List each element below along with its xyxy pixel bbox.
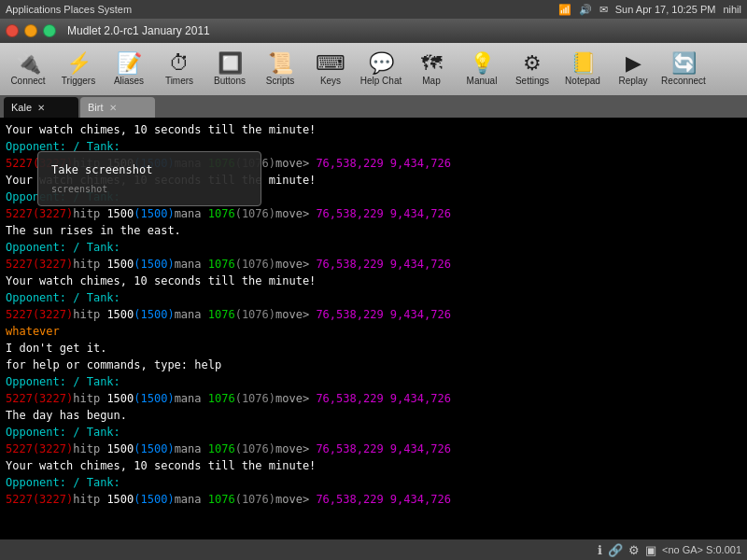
scripts-icon: 📜 — [268, 53, 293, 74]
status-text: <no GA> S:0.001 — [662, 544, 741, 555]
buttons-button[interactable]: 🔲 Buttons — [205, 46, 254, 92]
help-chat-label: Help Chat — [360, 76, 402, 86]
scripts-button[interactable]: 📜 Scripts — [256, 46, 304, 92]
triggers-label: Triggers — [62, 76, 95, 86]
notepad-button[interactable]: 📒 Notepad — [558, 46, 607, 92]
scripts-label: Scripts — [266, 76, 295, 86]
popup-subtitle: screenshot — [51, 182, 247, 196]
system-time: Sun Apr 17, 10:25 PM — [615, 4, 716, 15]
aliases-label: Aliases — [114, 76, 144, 86]
wifi-icon: 📶 — [558, 4, 571, 16]
timers-icon: ⏱ — [169, 53, 190, 74]
prompt-stats-2: 5227(3227)hitp 1500(1500)mana 1076(1076)… — [6, 205, 741, 222]
triggers-icon: ⚡ — [66, 53, 92, 74]
tab-kale-close[interactable]: ✕ — [37, 103, 45, 113]
buttons-icon: 🔲 — [218, 53, 243, 74]
settings-label: Settings — [515, 76, 549, 86]
replay-icon: ▶ — [626, 53, 641, 74]
tab-bar: Kale ✕ Birt ✕ — [0, 95, 747, 118]
system-bar-right: 📶 🔊 ✉ Sun Apr 17, 10:25 PM nihil — [558, 4, 741, 16]
prompt-stats-5: 5227(3227)hitp 1500(1500)mana 1076(1076)… — [6, 390, 741, 407]
prompt-line-7: Opponent: / Tank: — [6, 474, 741, 491]
chat-line-7: The day has begun. — [6, 407, 741, 424]
keys-icon: ⌨ — [316, 53, 345, 74]
manual-icon: 💡 — [470, 53, 495, 74]
volume-icon: 🔊 — [579, 4, 592, 16]
popup-title: Take screenshot — [51, 161, 247, 178]
notepad-icon: 📒 — [571, 53, 596, 74]
status-network-icon: 🔗 — [608, 543, 623, 557]
maximize-button[interactable] — [43, 24, 56, 37]
reconnect-label: Reconnect — [661, 76, 706, 86]
system-user: nihil — [723, 4, 741, 15]
triggers-button[interactable]: ⚡ Triggers — [54, 46, 103, 92]
aliases-icon: 📝 — [117, 53, 142, 74]
tab-birt[interactable]: Birt ✕ — [80, 97, 155, 118]
connect-icon: 🔌 — [16, 53, 41, 74]
settings-icon: ⚙ — [523, 53, 542, 74]
timers-label: Timers — [165, 76, 193, 86]
email-icon: ✉ — [599, 4, 608, 16]
prompt-line-5: Opponent: / Tank: — [6, 373, 741, 390]
system-bar: Applications Places System 📶 🔊 ✉ Sun Apr… — [0, 0, 747, 19]
close-button[interactable] — [6, 24, 19, 37]
screenshot-popup: Take screenshot screenshot — [37, 151, 261, 206]
map-icon: 🗺 — [421, 53, 442, 74]
help-chat-button[interactable]: 💬 Help Chat — [357, 46, 405, 92]
prompt-line-6: Opponent: / Tank: — [6, 424, 741, 441]
tab-kale[interactable]: Kale ✕ — [4, 97, 78, 118]
window-title: Mudlet 2.0-rc1 January 2011 — [67, 24, 210, 37]
replay-button[interactable]: ▶ Replay — [609, 46, 657, 92]
chat-line-6: for help or commands, type: help — [6, 357, 741, 373]
main-content: Take screenshot screenshot Your watch ch… — [0, 118, 747, 539]
minimize-button[interactable] — [24, 24, 37, 37]
system-apps[interactable]: Applications Places System — [6, 4, 132, 15]
chat-line-3: The sun rises in the east. — [6, 222, 741, 239]
keys-label: Keys — [320, 76, 341, 86]
tab-birt-close[interactable]: ✕ — [109, 103, 117, 113]
prompt-stats-3: 5227(3227)hitp 1500(1500)mana 1076(1076)… — [6, 256, 741, 273]
chat-line-4: Your watch chimes, 10 seconds till the m… — [6, 273, 741, 289]
manual-button[interactable]: 💡 Manual — [458, 46, 506, 92]
timers-button[interactable]: ⏱ Timers — [155, 46, 204, 92]
toolbar: 🔌 Connect ⚡ Triggers 📝 Aliases ⏱ Timers … — [0, 43, 747, 95]
help-chat-icon: 💬 — [369, 53, 394, 74]
prompt-line-3: Opponent: / Tank: — [6, 239, 741, 256]
buttons-label: Buttons — [214, 76, 246, 86]
connect-button[interactable]: 🔌 Connect — [4, 46, 52, 92]
title-bar: Mudlet 2.0-rc1 January 2011 — [0, 19, 747, 43]
tab-kale-label: Kale — [11, 102, 32, 113]
chat-line-whatever: whatever — [6, 323, 741, 340]
status-extra-icon: ▣ — [645, 543, 656, 557]
prompt-line-4: Opponent: / Tank: — [6, 289, 741, 306]
chat-line-8: Your watch chimes, 10 seconds till the m… — [6, 457, 741, 474]
status-info-icon[interactable]: ℹ — [598, 543, 602, 557]
system-bar-left: Applications Places System — [6, 4, 132, 15]
prompt-stats-6: 5227(3227)hitp 1500(1500)mana 1076(1076)… — [6, 441, 741, 457]
notepad-label: Notepad — [565, 76, 600, 86]
status-settings-icon[interactable]: ⚙ — [628, 543, 640, 557]
aliases-button[interactable]: 📝 Aliases — [105, 46, 153, 92]
chat-line-5: I don't get it. — [6, 340, 741, 357]
prompt-stats-4: 5227(3227)hitp 1500(1500)mana 1076(1076)… — [6, 306, 741, 323]
manual-label: Manual — [467, 76, 498, 86]
tab-birt-label: Birt — [88, 102, 104, 113]
keys-button[interactable]: ⌨ Keys — [306, 46, 355, 92]
map-label: Map — [422, 76, 440, 86]
replay-label: Replay — [618, 76, 647, 86]
reconnect-icon: 🔄 — [671, 53, 697, 74]
reconnect-button[interactable]: 🔄 Reconnect — [659, 46, 708, 92]
prompt-stats-7: 5227(3227)hitp 1500(1500)mana 1076(1076)… — [6, 491, 741, 508]
status-bar: ℹ 🔗 ⚙ ▣ <no GA> S:0.001 — [0, 539, 747, 560]
map-button[interactable]: 🗺 Map — [407, 46, 456, 92]
settings-button[interactable]: ⚙ Settings — [508, 46, 557, 92]
chat-line-1: Your watch chimes, 10 seconds till the m… — [6, 121, 741, 138]
connect-label: Connect — [10, 76, 45, 86]
